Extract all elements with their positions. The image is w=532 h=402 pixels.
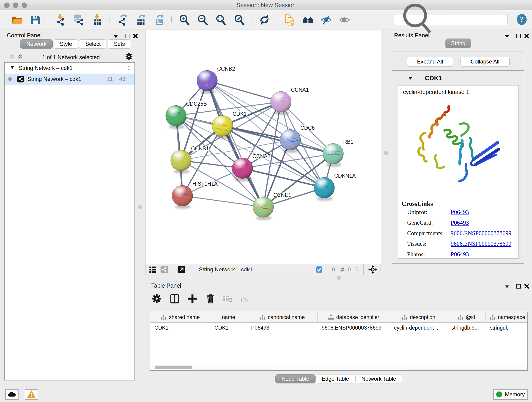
table-hscrollbar-thumb[interactable] xyxy=(155,366,192,369)
table-cell[interactable]: cyclin-dependent ... xyxy=(390,323,447,333)
help-button[interactable]: ? xyxy=(516,14,527,25)
expand-all-button[interactable]: Expand All xyxy=(407,57,453,67)
fit-content-icon[interactable] xyxy=(368,265,377,274)
table-cell[interactable]: stringdb:9... xyxy=(447,323,486,333)
control-panel-float-icon[interactable] xyxy=(124,33,130,39)
table-panel-menu-icon[interactable] xyxy=(504,284,510,290)
node-CDKN1A[interactable]: CDKN1A xyxy=(314,173,356,201)
zoom-fit-button[interactable] xyxy=(214,13,228,27)
home-button[interactable] xyxy=(301,13,315,27)
tab-sets[interactable]: Sets xyxy=(108,39,131,49)
entry-collapse-icon[interactable] xyxy=(407,75,413,81)
network-overview-icon[interactable] xyxy=(160,265,168,274)
delete-table-icon[interactable] xyxy=(223,293,234,304)
network-row-selected[interactable]: String Network – cdk1 11 48 xyxy=(5,74,134,85)
warnings-button[interactable] xyxy=(25,389,38,400)
toolbar-separator xyxy=(252,13,252,27)
results-panel-close-icon[interactable] xyxy=(524,33,530,39)
search-input[interactable] xyxy=(436,15,507,25)
table-cell[interactable]: CDK1 xyxy=(150,323,210,333)
node-RB1[interactable]: RB1 xyxy=(323,139,354,167)
crosslink-link[interactable]: P06493 xyxy=(451,251,469,258)
selected-items-checkbox-icon[interactable] xyxy=(316,266,323,273)
column-header-canonical-name[interactable]: canonical name xyxy=(247,312,317,322)
tree-expand-icon[interactable] xyxy=(10,65,15,71)
zoom-out-button[interactable] xyxy=(195,13,210,27)
results-entry-header[interactable]: CDK1 xyxy=(392,71,524,85)
memory-button[interactable]: Memory xyxy=(493,389,528,400)
edge-CCNB2-CCNE1[interactable] xyxy=(207,81,263,207)
tab-network-table[interactable]: Network Table xyxy=(355,374,403,383)
trash-icon[interactable] xyxy=(205,293,216,304)
export-image-button[interactable] xyxy=(152,13,166,27)
network-graph[interactable]: CCNB2 CCNA1 CDC25B CDK1 CDC6 RB1 CCNB1 xyxy=(146,30,381,264)
show-items-button[interactable] xyxy=(337,13,352,27)
crosslink-link[interactable]: 9606.ENSP00000378699 xyxy=(451,230,511,237)
tab-style[interactable]: Style xyxy=(54,39,78,49)
gear-icon[interactable] xyxy=(151,293,162,304)
open-session-button[interactable] xyxy=(10,13,24,27)
tab-network[interactable]: Network xyxy=(20,39,53,49)
tab-string[interactable]: String xyxy=(445,38,471,48)
hide-items-button[interactable] xyxy=(319,13,334,27)
cloud-status-button[interactable] xyxy=(5,389,19,400)
add-icon[interactable] xyxy=(187,293,198,304)
table-cell[interactable]: P06493 xyxy=(247,323,317,333)
hidden-items-eye-icon[interactable] xyxy=(339,266,346,273)
right-splitter-handle[interactable] xyxy=(384,151,388,155)
crosslink-link[interactable]: 9606.ENSP00000378699 xyxy=(451,240,511,247)
crosslink-link[interactable]: P06493 xyxy=(451,209,469,216)
column-header-namespace[interactable]: namespace xyxy=(486,312,528,322)
import-network-button[interactable] xyxy=(53,13,68,27)
table-cell[interactable]: stringdb xyxy=(486,323,528,333)
export-table-button[interactable] xyxy=(133,13,148,27)
close-window-icon[interactable] xyxy=(4,2,10,8)
export-network-button[interactable] xyxy=(115,13,130,27)
network-canvas[interactable]: CCNB2 CCNA1 CDC25B CDK1 CDC6 RB1 CCNB1 xyxy=(145,30,381,264)
horizontal-splitter[interactable] xyxy=(145,275,381,280)
node-CCNB2[interactable]: CCNB2 xyxy=(197,66,235,94)
collapse-all-networks-icon[interactable] xyxy=(9,54,15,60)
column-header--id[interactable]: @id xyxy=(447,312,486,322)
results-panel-float-icon[interactable] xyxy=(515,33,521,39)
column-header-description[interactable]: description xyxy=(390,312,447,322)
zoom-in-button[interactable] xyxy=(177,13,191,27)
column-header-name[interactable]: name xyxy=(210,312,247,322)
maximize-window-icon[interactable] xyxy=(22,2,27,8)
node-HIST1H1A[interactable]: HIST1H1A xyxy=(172,181,218,209)
table-panel-float-icon[interactable] xyxy=(515,283,521,289)
save-session-button[interactable] xyxy=(28,13,43,27)
expand-all-networks-icon[interactable] xyxy=(17,54,23,60)
edge-HIST1H1A-CCNE1[interactable] xyxy=(182,196,263,207)
tab-select[interactable]: Select xyxy=(79,39,107,49)
table-cell[interactable]: CDK1 xyxy=(210,323,247,333)
horizontal-splitter-handle[interactable] xyxy=(337,276,341,280)
left-splitter-handle[interactable] xyxy=(138,205,142,209)
import-table-button[interactable] xyxy=(90,13,104,27)
network-panel-gear-icon[interactable] xyxy=(125,52,133,61)
table-panel-close-icon[interactable] xyxy=(524,283,530,289)
collapse-all-button[interactable]: Collapse All xyxy=(461,57,510,67)
fx-icon[interactable]: f(x) xyxy=(241,293,257,304)
refresh-button[interactable] xyxy=(257,13,272,27)
network-collection-row[interactable]: String Network – cdk1 1 xyxy=(5,63,134,74)
node-CDC6[interactable]: CDC6 xyxy=(280,125,315,153)
node-CDC25B[interactable]: CDC25B xyxy=(166,101,207,129)
tab-edge-table[interactable]: Edge Table xyxy=(316,374,355,383)
detach-view-icon[interactable] xyxy=(177,265,186,274)
control-panel-close-icon[interactable] xyxy=(133,33,138,39)
view-grid-icon[interactable] xyxy=(149,265,157,274)
column-header-database-identifier[interactable]: database identifier xyxy=(317,312,390,322)
table-cell[interactable]: 9606.ENSP00000378699 xyxy=(317,323,390,333)
tab-node-table[interactable]: Node Table xyxy=(275,374,316,383)
control-panel-menu-icon[interactable] xyxy=(113,33,119,39)
crosslink-link[interactable]: P06493 xyxy=(451,219,469,226)
import-database-button[interactable] xyxy=(71,13,86,27)
results-panel-menu-icon[interactable] xyxy=(504,33,510,39)
column-header-shared-name[interactable]: shared name xyxy=(150,312,210,322)
table-row[interactable]: CDK1CDK1P064939606.ENSP00000378699cyclin… xyxy=(150,323,527,333)
zoom-selected-button[interactable] xyxy=(232,13,247,27)
duplicate-network-button[interactable] xyxy=(282,13,297,27)
minimize-window-icon[interactable] xyxy=(13,2,18,8)
columns-icon[interactable] xyxy=(169,293,180,304)
